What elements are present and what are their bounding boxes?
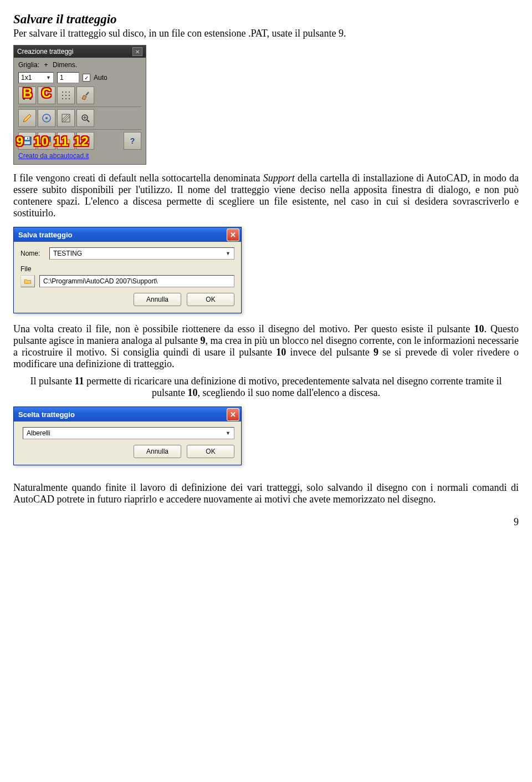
p3-h: 9 (374, 347, 378, 358)
panel-title: Creazione tratteggi (17, 48, 73, 55)
p4-a: Il pulsante (30, 375, 74, 387)
p3-g: invece del pulsante (286, 347, 374, 358)
svg-point-3 (65, 92, 66, 93)
panel-titlebar: Creazione tratteggi ✕ (14, 45, 146, 58)
svg-rect-22 (48, 142, 51, 145)
p2-b: Support (263, 172, 295, 184)
grid-combo[interactable]: 1x1 ▼ (18, 72, 54, 83)
hatch-value: Alberelli (27, 429, 50, 437)
icon-row-2 (18, 109, 141, 127)
svg-point-4 (69, 92, 70, 93)
auto-checkbox[interactable]: ✓ (83, 74, 90, 82)
p2-a: I file vengono creati di default nella s… (13, 172, 263, 184)
p3-a: Una volta creato il file, non è possibil… (13, 323, 474, 334)
page-number: 9 (13, 516, 519, 528)
paragraph-3: Una volta creato il file, non è possibil… (13, 323, 519, 370)
panel-close-button[interactable]: ✕ (132, 47, 142, 56)
paragraph-2: I file vengono creati di default nella s… (13, 172, 519, 219)
path-input[interactable]: C:\Programmi\AutoCAD 2007\Support\ (39, 275, 234, 287)
name-value: TESTING (53, 250, 82, 257)
svg-point-12 (45, 117, 48, 119)
pencil-icon-button[interactable] (18, 109, 36, 127)
dialog-title: Salva tratteggio (18, 231, 73, 239)
p4-b: 11 (74, 375, 84, 387)
p3-f: 10 (276, 347, 286, 358)
chevron-down-icon: ▼ (222, 430, 231, 436)
cancel-button[interactable]: Annulla (134, 293, 181, 306)
intro-paragraph: Per salvare il tratteggio sul disco, in … (13, 28, 519, 39)
plus-label: + (43, 61, 49, 69)
grid-value: 1x1 (21, 74, 32, 82)
magnet-icon-button[interactable] (38, 87, 55, 104)
help-icon-button[interactable]: ? (124, 132, 141, 150)
svg-point-2 (62, 92, 63, 93)
dimens-input[interactable]: 1 (57, 72, 79, 83)
grid-dots-icon-button[interactable] (57, 87, 75, 104)
paragraph-5: Naturalmente quando finite il lavoro di … (13, 482, 519, 505)
svg-rect-0 (44, 92, 45, 93)
file-label: File (21, 265, 45, 273)
dialog-titlebar: Salva tratteggio ✕ (14, 227, 241, 242)
ok-button[interactable]: OK (187, 445, 234, 458)
chevron-down-icon: ▼ (222, 251, 231, 256)
open-folder-icon-button[interactable] (57, 132, 75, 150)
hatch-icon-button[interactable] (57, 109, 75, 127)
icon-row-3: ? (18, 132, 141, 150)
hatch-combo[interactable]: Alberelli ▼ (23, 427, 234, 439)
paragraph-4: Il pulsante 11 permette di ricaricare un… (13, 375, 519, 399)
svg-rect-17 (27, 138, 28, 139)
cancel-button[interactable]: Annulla (134, 445, 181, 458)
path-value: C:\Programmi\AutoCAD 2007\Support\ (43, 277, 157, 285)
expand-icon-button[interactable] (18, 87, 36, 104)
dialog-titlebar: Scelta tratteggio ✕ (14, 407, 241, 422)
icon-row-1 (18, 87, 141, 104)
save-block-icon-button[interactable] (38, 132, 55, 150)
brush-icon-button[interactable] (76, 87, 94, 104)
browse-button[interactable] (21, 275, 35, 287)
dimens-label: Dimens. (53, 61, 77, 69)
pick-hatch-dialog: Scelta tratteggio ✕ Alberelli ▼ Annulla … (13, 407, 242, 465)
name-combo[interactable]: TESTING ▼ (49, 247, 234, 260)
svg-point-9 (65, 98, 66, 99)
dialog-title: Scelta tratteggio (18, 410, 75, 419)
section-heading: Salvare il tratteggio (13, 12, 519, 27)
ok-button[interactable]: OK (187, 293, 234, 306)
grid-label: Griglia: (18, 61, 39, 69)
save-hatch-dialog: Salva tratteggio ✕ Nome: TESTING ▼ File … (13, 227, 242, 313)
svg-point-10 (69, 98, 70, 99)
p3-b: 10 (474, 323, 484, 334)
svg-rect-18 (24, 141, 30, 144)
p3-d: 9 (201, 335, 206, 346)
svg-point-6 (65, 95, 66, 96)
name-label: Nome: (21, 250, 45, 257)
p4-d: 10 (187, 387, 197, 398)
hatch-creation-panel: Creazione tratteggi ✕ Griglia: + Dimens.… (13, 45, 146, 165)
p4-e: , scegliendo il suo nome dall'elenco a d… (197, 387, 380, 398)
auto-label: Auto (94, 74, 108, 82)
svg-rect-1 (48, 92, 49, 93)
zoom-icon-button[interactable] (76, 109, 94, 127)
chevron-down-icon: ▼ (46, 75, 51, 80)
save-icon-button[interactable] (18, 132, 36, 150)
svg-text:?: ? (130, 136, 135, 145)
block-grid-icon-button[interactable] (76, 132, 94, 150)
dialog-close-button[interactable]: ✕ (227, 228, 239, 241)
dialog-close-button[interactable]: ✕ (227, 408, 239, 421)
svg-point-5 (62, 95, 63, 96)
svg-point-8 (62, 98, 63, 99)
svg-rect-20 (44, 137, 49, 140)
target-icon-button[interactable] (38, 109, 55, 127)
dimens-value: 1 (60, 74, 64, 82)
credits-link[interactable]: Creato da abcautocad.it (18, 152, 89, 160)
svg-point-7 (69, 95, 70, 96)
